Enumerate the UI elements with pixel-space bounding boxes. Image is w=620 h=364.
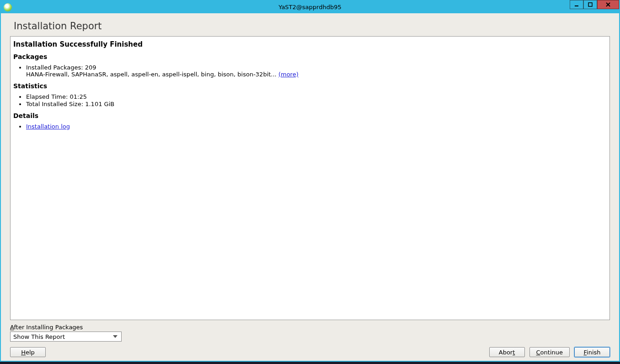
titlebar[interactable]: YaST2@sapprdhdb95	[1, 1, 619, 13]
finish-button[interactable]: Finish	[574, 347, 610, 357]
minimize-icon	[574, 2, 579, 7]
abort-button[interactable]: Abort	[489, 347, 525, 357]
svg-rect-1	[588, 3, 592, 6]
window-title: YaST2@sapprdhdb95	[1, 4, 619, 11]
svg-marker-4	[113, 335, 118, 338]
close-icon	[605, 2, 611, 7]
footer: After Installing Packages Show This Repo…	[10, 320, 610, 357]
report-heading: Installation Successfully Finished	[13, 40, 607, 48]
statistics-heading: Statistics	[13, 82, 607, 90]
statistics-list: Elapsed Time: 01:25 Total Installed Size…	[26, 93, 607, 107]
help-button[interactable]: Help	[10, 347, 46, 357]
chevron-down-icon	[111, 332, 119, 341]
window: YaST2@sapprdhdb95 Installation Report In…	[0, 0, 620, 362]
yast-icon	[4, 3, 12, 11]
more-link[interactable]: (more)	[278, 71, 299, 78]
close-button[interactable]	[597, 0, 619, 9]
details-list: Installation log	[26, 123, 607, 130]
maximize-icon	[588, 2, 593, 7]
minimize-button[interactable]	[570, 0, 583, 9]
details-item: Installation log	[26, 123, 607, 130]
installation-log-link[interactable]: Installation log	[26, 123, 70, 130]
details-heading: Details	[13, 112, 607, 119]
after-installing-label: After Installing Packages	[10, 324, 610, 331]
elapsed-time: Elapsed Time: 01:25	[26, 93, 607, 100]
window-controls	[570, 0, 619, 9]
installed-count: Installed Packages: 209	[26, 64, 96, 71]
installed-size: Total Installed Size: 1.101 GiB	[26, 101, 607, 107]
packages-list: Installed Packages: 209 HANA-Firewall, S…	[26, 64, 607, 78]
client-area: Installation Report Installation Success…	[1, 13, 619, 361]
packages-heading: Packages	[13, 53, 607, 60]
package-names: HANA-Firewall, SAPHanaSR, aspell, aspell…	[26, 71, 278, 78]
page-title: Installation Report	[14, 21, 610, 32]
taskbar	[0, 362, 620, 364]
report-panel: Installation Successfully Finished Packa…	[10, 36, 610, 320]
continue-button[interactable]: Continue	[529, 347, 570, 357]
after-installing-combo[interactable]: Show This Report	[10, 332, 122, 342]
maximize-button[interactable]	[583, 0, 597, 9]
packages-item: Installed Packages: 209 HANA-Firewall, S…	[26, 64, 607, 78]
button-row: Help Abort Continue Finish	[10, 347, 610, 357]
combo-value: Show This Report	[13, 333, 65, 340]
